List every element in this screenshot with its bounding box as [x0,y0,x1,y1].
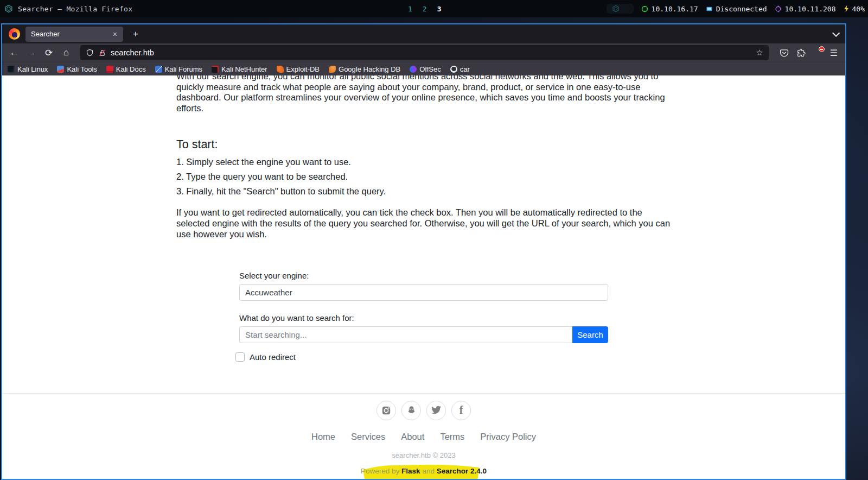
url-bar[interactable]: searcher.htb ☆ [80,45,769,60]
kali-tools-icon [57,66,64,73]
network-status-indicator[interactable]: Disconnected [706,5,767,13]
tab-bar: Searcher × + [2,24,845,43]
workspace-3[interactable]: 3 [437,5,442,13]
engine-select[interactable]: Accuweather [239,284,608,301]
menu-button[interactable]: ☰ [830,48,838,58]
back-button[interactable]: ← [7,46,22,60]
bookmark-offsec[interactable]: OffSec [410,65,441,73]
copyright-text: searcher.htb © 2023 [2,451,845,459]
navigation-toolbar: ← → ⟳ ⌂ searcher.htb ☆ ☰ [2,43,845,62]
target-crosshair-icon [775,5,782,12]
searchor-version-link[interactable]: Searchor 2.4.0 [437,467,487,475]
tracking-shield-icon[interactable] [86,49,94,57]
forward-button[interactable]: → [24,46,39,60]
tab-title: Searcher [31,30,111,38]
kali-nethunter-icon [212,66,219,73]
auto-redirect-label: Auto redirect [250,352,296,362]
network-icon [706,5,713,12]
workspace-1[interactable]: 1 [408,5,412,13]
footer-link-services[interactable]: Services [351,432,385,442]
search-form: Select your engine: Accuweather What do … [239,271,608,362]
bookmark-car[interactable]: car [450,65,470,73]
bookmarks-toolbar: Kali Linux Kali Tools Kali Docs Kali For… [2,62,845,75]
facebook-icon[interactable]: f [451,401,471,420]
target-ip-text: 10.10.11.208 [785,5,836,13]
foxyproxy-disabled-badge [819,46,825,52]
bookmark-google-hacking-db[interactable]: Google Hacking DB [329,65,400,73]
battery-text: 40% [852,5,865,13]
footer-link-privacy-policy[interactable]: Privacy Policy [480,432,536,442]
exploit-db-icon [277,66,284,73]
query-label: What do you want to search for: [239,313,608,323]
url-text[interactable]: searcher.htb [111,48,751,57]
bookmark-exploit-db[interactable]: Exploit-DB [277,65,320,73]
powered-by-prefix: Powered by [361,467,399,475]
bolt-icon [844,5,849,12]
powered-by-line: Powered by Flask and Searchor 2.4.0 [359,464,489,479]
footer-link-terms[interactable]: Terms [440,432,464,442]
tab-close-icon[interactable]: × [111,30,119,39]
step-3: 3. Finally, hit the "Search" button to s… [176,186,671,197]
bookmark-kali-forums[interactable]: Kali Forums [155,65,202,73]
powered-by-and: and [422,467,435,475]
list-tabs-chevron-icon[interactable] [832,29,840,36]
workspace-2[interactable]: 2 [423,5,427,13]
pocket-icon[interactable] [780,48,789,58]
firefox-logo-icon[interactable] [9,28,20,40]
foxyproxy-icon[interactable] [813,48,822,58]
home-button[interactable]: ⌂ [59,46,74,60]
insecure-lock-icon[interactable] [98,49,106,57]
app-menu-icon[interactable] [4,4,13,13]
intro-paragraph: With our search engine, you can monitor … [176,75,671,113]
system-panel: Searcher — Mozilla Firefox 1 2 3 10.10.1… [0,0,868,17]
target-ip-indicator[interactable]: 10.10.11.208 [775,5,836,13]
redirect-note-paragraph: If you want to get redirected automatica… [176,207,671,239]
kali-docs-icon [106,66,113,73]
vpn-ip-text: 10.10.16.17 [652,5,698,13]
battery-indicator[interactable]: 40% [844,5,865,13]
footer-link-home[interactable]: Home [311,432,335,442]
bookmark-kali-tools[interactable]: Kali Tools [57,65,97,73]
bookmark-kali-nethunter[interactable]: Kali NetHunter [212,65,267,73]
social-icons-row: f [2,401,845,420]
workspace-switcher: 1 2 3 [408,5,441,13]
new-tab-button[interactable]: + [130,29,142,40]
step-1: 1. Simply select the engine you want to … [176,156,671,167]
google-hacking-db-icon [329,66,336,73]
search-query-input[interactable] [239,326,572,343]
tray-hexagon-icon[interactable] [607,4,634,14]
bookmark-star-icon[interactable]: ☆ [756,48,763,58]
flask-link[interactable]: Flask [401,467,420,475]
page-footer: f Home Services About Terms Privacy Poli… [2,393,845,479]
offsec-icon [410,66,417,73]
vpn-ip-indicator[interactable]: 10.10.16.17 [641,5,698,13]
kali-dragon-icon [8,66,15,73]
browser-tab-searcher[interactable]: Searcher × [25,27,123,42]
search-button[interactable]: Search [572,326,608,343]
footer-links-row: Home Services About Terms Privacy Policy [2,432,845,442]
auto-redirect-checkbox[interactable] [235,352,245,362]
snapchat-icon[interactable] [401,401,421,420]
page-content: With our search engine, you can monitor … [2,75,845,479]
bookmark-kali-linux[interactable]: Kali Linux [8,65,48,73]
twitter-icon[interactable] [426,401,446,420]
footer-link-about[interactable]: About [401,432,424,442]
step-2: 2. Type the query you want to be searche… [176,171,671,182]
github-octocat-icon [450,66,457,73]
engine-label: Select your engine: [239,271,608,280]
to-start-heading: To start: [176,138,671,151]
instagram-icon[interactable] [376,401,396,420]
reload-button[interactable]: ⟳ [41,46,56,60]
firefox-window: Searcher × + ← → ⟳ ⌂ searcher.htb ☆ ☰ Ka… [1,23,846,480]
kali-forums-icon [155,66,162,73]
network-status-text: Disconnected [716,5,767,13]
window-title: Searcher — Mozilla Firefox [18,5,132,13]
vpn-globe-icon [641,5,648,12]
bookmark-kali-docs[interactable]: Kali Docs [106,65,146,73]
extensions-puzzle-icon[interactable] [796,48,806,58]
